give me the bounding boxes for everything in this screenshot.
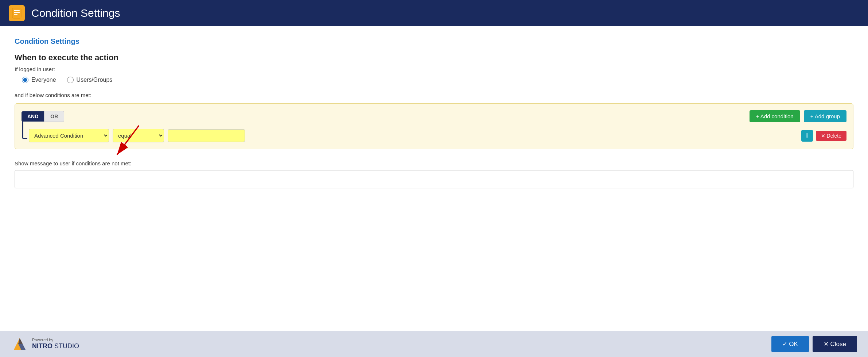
condition-operator-select[interactable]: equal not equal contains greater than le…: [113, 129, 164, 142]
condition-bracket: [22, 121, 27, 139]
nitro-logo: [11, 335, 28, 353]
message-section: Show message to user if conditions are n…: [15, 160, 853, 188]
powered-by-label: Powered by: [32, 338, 79, 342]
btn-and[interactable]: AND: [22, 111, 44, 122]
message-label: Show message to user if conditions are n…: [15, 160, 853, 166]
nitro-label: NITRO: [32, 342, 52, 350]
radio-everyone-input[interactable]: [22, 77, 28, 83]
header-icon: [9, 5, 25, 21]
svg-rect-1: [14, 10, 20, 11]
nitro-studio-label: NITRO STUDIO: [32, 342, 79, 350]
action-buttons: + Add condition + Add group: [750, 110, 846, 122]
info-button[interactable]: i: [801, 130, 813, 142]
condition-type-select[interactable]: Advanced Condition Field Value User Role…: [29, 129, 109, 142]
condition-box: AND OR + Add condition + Add group Advan…: [15, 103, 853, 149]
delete-button[interactable]: ✕ Delete: [816, 131, 846, 141]
add-group-button[interactable]: + Add group: [804, 110, 846, 122]
footer: Powered by NITRO STUDIO ✓ OK ✕ Close: [0, 331, 868, 357]
footer-brand-text: Powered by NITRO STUDIO: [32, 338, 79, 350]
svg-rect-0: [12, 8, 21, 18]
header: Condition Settings: [0, 0, 868, 26]
radio-everyone-label: Everyone: [31, 77, 56, 83]
section-title: Condition Settings: [15, 37, 853, 46]
studio-label: STUDIO: [52, 342, 79, 350]
svg-rect-3: [14, 14, 17, 15]
and-conditions-label: and if below conditions are met:: [15, 92, 853, 98]
condition-value-input[interactable]: [168, 129, 245, 142]
add-condition-button[interactable]: + Add condition: [750, 110, 800, 122]
message-input[interactable]: [15, 170, 853, 188]
main-content: Condition Settings When to execute the a…: [0, 26, 868, 331]
condition-actions: i ✕ Delete: [801, 130, 846, 142]
radio-everyone[interactable]: Everyone: [22, 77, 56, 83]
footer-brand: Powered by NITRO STUDIO: [11, 335, 79, 353]
when-title: When to execute the action: [15, 53, 853, 62]
radio-group: Everyone Users/Groups: [22, 77, 853, 83]
logged-in-label: If logged in user:: [15, 66, 853, 72]
footer-buttons: ✓ OK ✕ Close: [771, 336, 857, 352]
radio-users-groups-label: Users/Groups: [77, 77, 113, 83]
condition-box-header: AND OR + Add condition + Add group: [22, 110, 846, 122]
radio-users-groups-input[interactable]: [67, 77, 74, 83]
svg-rect-2: [14, 12, 20, 13]
condition-row: Advanced Condition Field Value User Role…: [29, 129, 846, 142]
radio-users-groups[interactable]: Users/Groups: [67, 77, 113, 83]
btn-or[interactable]: OR: [44, 111, 64, 122]
and-or-group: AND OR: [22, 111, 64, 122]
page-title: Condition Settings: [31, 7, 120, 19]
ok-button[interactable]: ✓ OK: [771, 336, 809, 352]
close-button[interactable]: ✕ Close: [813, 336, 857, 352]
